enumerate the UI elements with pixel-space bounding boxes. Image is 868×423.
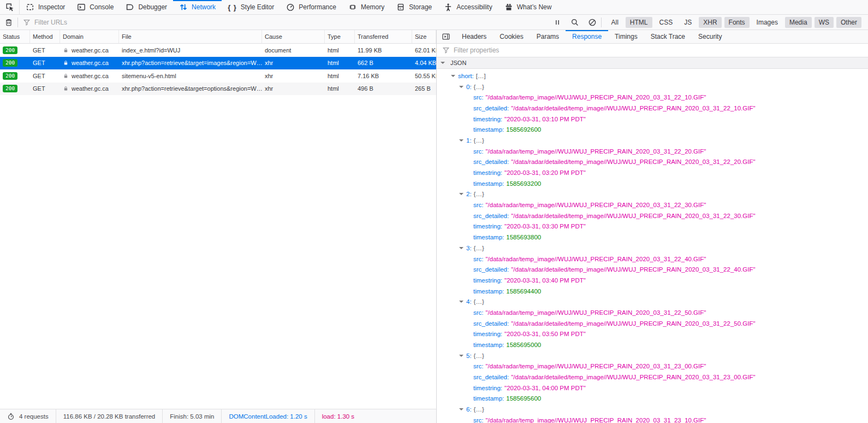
summary-finish[interactable]: Finish: 5.03 min [163,409,221,423]
json-tree-row[interactable]: timestring:"2020-03-31, 03:10 PM PDT" [437,114,868,125]
toolbox-tab-storage[interactable]: Storage [390,0,438,14]
expand-triangle-icon[interactable] [459,86,463,88]
json-tree-row[interactable]: 2:{…} [437,189,868,200]
toolbox-tab-whatsnew[interactable]: What’s New [498,0,558,14]
json-tree-row[interactable]: src:"/data/radar/temp_image//WUJ/WUJ_PRE… [437,254,868,265]
json-tree-row[interactable]: src_detailed:"/data/radar/detailed/temp_… [437,318,868,329]
expand-triangle-icon[interactable] [459,247,463,249]
column-header-status[interactable]: Status [0,30,30,43]
json-tree-row[interactable]: 5:{…} [437,350,868,361]
json-tree-row[interactable]: src_detailed:"/data/radar/detailed/temp_… [437,264,868,275]
details-tab-headers[interactable]: Headers [455,30,493,43]
toolbox-tab-label: What’s New [517,3,552,11]
json-tree-row[interactable]: timestring:"2020-03-31, 03:50 PM PDT" [437,329,868,340]
details-tab-response[interactable]: Response [566,30,608,43]
column-header-size[interactable]: Size [412,30,436,43]
details-tab-stack-trace[interactable]: Stack Trace [644,30,692,43]
toolbox-tab-accessibility[interactable]: Accessibility [438,0,498,14]
json-string-value: "/data/radar/detailed/temp_image//WUJ/WU… [511,158,755,165]
json-tree-row[interactable]: 0:{…} [437,81,868,92]
json-tree-row[interactable]: timestamp:1585692600 [437,124,868,135]
details-tab-timings[interactable]: Timings [608,30,644,43]
toolbox-tab-console[interactable]: Console [71,0,120,14]
request-row[interactable]: 200GETweather.gc.caindex_e.html?id=WUJdo… [0,44,436,57]
type-filter-all[interactable]: All [607,17,623,28]
json-tree-row[interactable]: timestamp:1585694400 [437,286,868,297]
toolbox-tab-performance[interactable]: Performance [280,0,342,14]
column-header-file[interactable]: File [119,30,262,43]
json-tree-row[interactable]: src:"/data/radar/temp_image//WUJ/WUJ_PRE… [437,92,868,103]
json-tree-row[interactable]: timestring:"2020-03-31, 03:30 PM PDT" [437,221,868,232]
column-header-domain[interactable]: Domain [60,30,119,43]
expand-triangle-icon[interactable] [451,75,455,77]
json-tree-row[interactable]: timestring:"2020-03-31, 04:00 PM PDT" [437,383,868,393]
request-row[interactable]: 200GETweather.gc.caxhr.php?action=retrie… [0,57,436,70]
block-requests-button[interactable] [584,18,601,27]
json-tree-row[interactable]: short:[…] [437,70,868,81]
json-tree-row[interactable]: src_detailed:"/data/radar/detailed/temp_… [437,157,868,168]
json-preview: {…} [474,137,484,144]
summary-domcontentloaded[interactable]: DOMContentLoaded: 1.20 s [222,409,314,423]
type-filter-fonts[interactable]: Fonts [724,17,750,28]
toolbox-tab-memory[interactable]: Memory [342,0,390,14]
json-tree-row[interactable]: src:"/data/radar/temp_image//WUJ/WUJ_PRE… [437,307,868,318]
json-tree-row[interactable]: 3:{…} [437,243,868,254]
type-filter-ws[interactable]: WS [815,17,834,28]
json-tree-row[interactable]: timestamp:1585693200 [437,178,868,189]
filter-urls-input[interactable]: Filter URLs [18,15,549,30]
details-tab-params[interactable]: Params [530,30,566,43]
expand-triangle-icon[interactable] [459,139,463,142]
request-row[interactable]: 200GETweather.gc.casitemenu-v5-en.htmlxh… [0,69,436,83]
json-tree-row[interactable]: timestring:"2020-03-31, 03:20 PM PDT" [437,167,868,178]
search-requests-button[interactable] [566,18,584,27]
details-tab-cookies[interactable]: Cookies [493,30,530,43]
response-scope-json[interactable]: JSON [437,57,868,69]
details-tab-security[interactable]: Security [692,30,728,43]
json-tree-row[interactable]: timestamp:1585693800 [437,232,868,243]
summary-requests[interactable]: 4 requests [0,409,56,423]
type-filter-other[interactable]: Other [836,17,861,28]
json-tree-row[interactable]: src:"/data/radar/temp_image//WUJ/WUJ_PRE… [437,199,868,210]
request-list-pane: StatusMethodDomainFileCauseTypeTransferr… [0,30,437,423]
toolbox-tab-debugger[interactable]: Debugger [120,0,173,14]
type-filter-xhr[interactable]: XHR [699,17,721,28]
type-filter-media[interactable]: Media [785,17,812,28]
lock-icon [63,85,69,92]
pause-traffic-button[interactable] [549,19,566,26]
summary-load[interactable]: load: 1.30 s [315,409,361,423]
network-toolbar-actions [549,18,601,27]
type-filter-images[interactable]: Images [752,17,782,28]
json-tree-row[interactable]: src:"/data/radar/temp_image//WUJ/WUJ_PRE… [437,415,868,423]
column-header-method[interactable]: Method [30,30,60,43]
type-filter-js[interactable]: JS [680,17,696,28]
clear-requests-button[interactable] [0,15,17,30]
toolbox-tab-network[interactable]: Network [173,0,222,14]
json-tree-row[interactable]: 6:{…} [437,404,868,415]
request-row[interactable]: 200GETweather.gc.caxhr.php?action=retrie… [0,83,436,96]
json-tree-row[interactable]: src:"/data/radar/temp_image//WUJ/WUJ_PRE… [437,361,868,372]
type-filter-html[interactable]: HTML [626,17,652,28]
json-tree-row[interactable]: 4:{…} [437,296,868,307]
json-tree-row[interactable]: timestring:"2020-03-31, 03:40 PM PDT" [437,275,868,286]
expand-triangle-icon[interactable] [459,301,463,303]
json-tree-row[interactable]: src_detailed:"/data/radar/detailed/temp_… [437,372,868,383]
toolbox-tab-inspector[interactable]: Inspector [20,0,71,14]
expand-triangle-icon[interactable] [459,193,463,195]
column-header-type[interactable]: Type [325,30,355,43]
json-tree-row[interactable]: timestamp:1585695000 [437,339,868,350]
type-filter-css[interactable]: CSS [655,17,677,28]
expand-triangle-icon[interactable] [459,408,463,410]
json-tree-row[interactable]: 1:{…} [437,135,868,146]
json-tree-row[interactable]: timestamp:1585695600 [437,393,868,404]
pick-element-button[interactable] [0,0,20,14]
toolbox-tab-styleeditor[interactable]: { }Style Editor [222,0,280,14]
expand-triangle-icon[interactable] [459,355,463,357]
json-tree-row[interactable]: src:"/data/radar/temp_image//WUJ/WUJ_PRE… [437,146,868,157]
json-tree-row[interactable]: src_detailed:"/data/radar/detailed/temp_… [437,103,868,114]
filter-properties-input[interactable]: Filter properties [437,44,868,57]
summary-transferred[interactable]: 116.86 KB / 20.28 KB transferred [56,409,163,423]
json-tree-row[interactable]: src_detailed:"/data/radar/detailed/temp_… [437,210,868,221]
column-header-transferred[interactable]: Transferred [355,30,412,43]
split-panel-toggle-button[interactable] [437,30,455,43]
column-header-cause[interactable]: Cause [262,30,325,43]
